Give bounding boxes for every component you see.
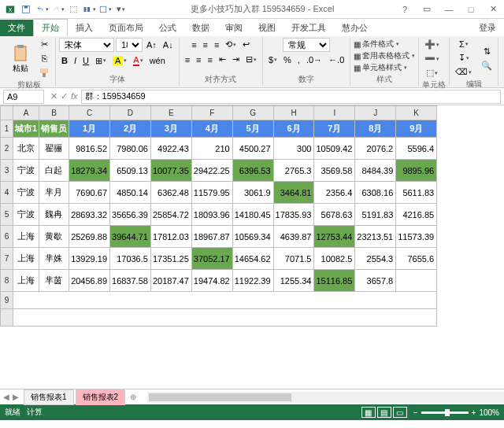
sheet-add-icon[interactable]: ⊕ (125, 391, 141, 403)
row-header[interactable]: 8 (1, 270, 13, 292)
merge-icon[interactable]: ⊟ (243, 53, 259, 66)
row-header[interactable]: 3 (1, 160, 13, 182)
font-size-select[interactable]: 18 (116, 38, 143, 52)
data-cell[interactable]: 4500.27 (232, 138, 273, 160)
find-icon[interactable]: 🔍 (479, 59, 495, 72)
data-cell[interactable]: 8484.39 (355, 160, 396, 182)
increase-font-icon[interactable]: A↑ (144, 38, 159, 52)
table-header-cell[interactable]: 6月 (273, 120, 314, 138)
table-format-button[interactable]: ▦ 套用表格格式 (354, 50, 415, 61)
tab-review[interactable]: 审阅 (217, 20, 250, 36)
col-header[interactable]: A (13, 106, 39, 120)
orientation-icon[interactable]: ⟲ (223, 38, 239, 51)
sheet-area[interactable]: ABCDEFGHIJK1城市1销售员1月2月3月4月5月6月7月8月9月2北京翟… (0, 105, 504, 389)
data-cell[interactable]: 芈茵 (39, 270, 69, 292)
row-header[interactable]: 7 (1, 248, 13, 270)
data-cell[interactable]: 25269.88 (69, 226, 110, 248)
data-cell[interactable]: 7690.67 (69, 182, 110, 204)
tab-file[interactable]: 文件 (0, 20, 33, 36)
indent-inc-icon[interactable]: ⇥ (230, 53, 242, 66)
table-header-cell[interactable]: 3月 (150, 120, 191, 138)
data-cell[interactable]: 14180.45 (232, 204, 273, 226)
fx-icon[interactable]: fx (71, 91, 78, 101)
excel-icon[interactable]: X (3, 2, 17, 17)
banner-group[interactable]: 群：159534659 (13, 292, 437, 309)
data-cell[interactable]: 5611.83 (396, 182, 437, 204)
close-icon[interactable]: ✕ (482, 2, 504, 17)
data-cell[interactable]: 宁波 (13, 182, 39, 204)
data-cell[interactable]: 35656.39 (110, 204, 151, 226)
data-cell[interactable]: 上海 (13, 270, 39, 292)
data-cell[interactable]: 15116.85 (314, 270, 355, 292)
tab-formula[interactable]: 公式 (151, 20, 184, 36)
table-header-cell[interactable]: 8月 (355, 120, 396, 138)
table-header-cell[interactable]: 4月 (191, 120, 232, 138)
dec-decimal-icon[interactable]: ←.0 (326, 54, 346, 66)
phonetic-button[interactable]: wén (147, 54, 168, 68)
sort-filter-icon[interactable]: ⇅ (479, 45, 495, 58)
comma-icon[interactable]: , (295, 54, 302, 66)
data-cell[interactable]: 2356.4 (314, 182, 355, 204)
data-cell[interactable]: 20187.47 (150, 270, 191, 292)
redo-icon[interactable] (50, 2, 65, 17)
table-header-cell[interactable]: 1月 (69, 120, 110, 138)
data-cell[interactable]: 10569.34 (232, 226, 273, 248)
data-cell[interactable]: 3569.58 (314, 160, 355, 182)
indent-dec-icon[interactable]: ⇤ (217, 53, 228, 66)
row-header[interactable]: 6 (1, 226, 13, 248)
col-header[interactable]: G (232, 106, 273, 120)
formula-input[interactable]: 群：159534659 (81, 90, 501, 104)
data-cell[interactable]: 3657.8 (355, 270, 396, 292)
data-cell[interactable]: 5596.4 (396, 138, 437, 160)
row-header[interactable]: 5 (1, 204, 13, 226)
data-cell[interactable]: 18093.96 (191, 204, 232, 226)
format-cell-button[interactable]: ⬚ (422, 66, 442, 79)
paste-button[interactable]: 粘贴 (6, 44, 35, 74)
data-cell[interactable]: 4216.85 (396, 204, 437, 226)
minimize-icon[interactable]: — (438, 2, 460, 17)
align-top-icon[interactable]: ≡ (189, 38, 198, 51)
data-cell[interactable]: 7655.6 (396, 248, 437, 270)
data-cell[interactable]: 11573.39 (396, 226, 437, 248)
table-header-cell[interactable]: 销售员 (39, 120, 69, 138)
fill-icon[interactable]: ↧ (453, 51, 474, 65)
data-cell[interactable]: 4922.43 (150, 138, 191, 160)
bold-button[interactable]: B (59, 54, 70, 68)
inc-decimal-icon[interactable]: .0→ (304, 54, 324, 66)
data-cell[interactable]: 17835.93 (273, 204, 314, 226)
col-header[interactable]: I (314, 106, 355, 120)
table-header-cell[interactable]: 2月 (110, 120, 151, 138)
tab-dev[interactable]: 开发工具 (284, 20, 334, 36)
sheet-tab-1[interactable]: 销售报表1 (24, 389, 74, 405)
sheet-nav-next[interactable]: ▶ (13, 393, 19, 401)
align-mid-icon[interactable]: ≡ (201, 38, 210, 51)
align-left-icon[interactable]: ≡ (183, 53, 192, 66)
tab-layout[interactable]: 页面布局 (101, 20, 151, 36)
data-cell[interactable]: 6362.48 (150, 182, 191, 204)
data-cell[interactable]: 25854.72 (150, 204, 191, 226)
col-header[interactable]: J (355, 106, 396, 120)
zoom-level[interactable]: 100% (479, 408, 499, 417)
data-cell[interactable]: 魏冉 (39, 204, 69, 226)
qat-btn-2[interactable] (82, 2, 96, 17)
tab-data[interactable]: 数据 (184, 20, 217, 36)
data-cell[interactable]: 9816.52 (69, 138, 110, 160)
data-cell[interactable]: 37052.17 (191, 248, 232, 270)
zoom-slider[interactable] (421, 411, 469, 414)
decrease-font-icon[interactable]: A↓ (161, 38, 176, 52)
cond-format-button[interactable]: ▦ 条件格式 (354, 39, 415, 50)
zoom-in-icon[interactable]: + (472, 408, 476, 417)
font-color-button[interactable]: A (131, 54, 145, 68)
italic-button[interactable]: I (72, 54, 79, 68)
data-cell[interactable]: 6509.13 (110, 160, 151, 182)
save-icon[interactable] (19, 2, 33, 17)
data-cell[interactable]: 7071.5 (273, 248, 314, 270)
sheet-nav-prev[interactable]: ◀ (3, 393, 9, 401)
view-normal-icon[interactable]: ▦ (361, 407, 376, 418)
data-cell[interactable]: 17036.5 (110, 248, 151, 270)
cancel-formula-icon[interactable]: ✕ (50, 91, 57, 101)
data-cell[interactable]: 18967.87 (191, 226, 232, 248)
align-center-icon[interactable]: ≡ (194, 53, 203, 66)
format-painter-icon[interactable] (36, 65, 52, 79)
align-bot-icon[interactable]: ≡ (212, 38, 221, 51)
